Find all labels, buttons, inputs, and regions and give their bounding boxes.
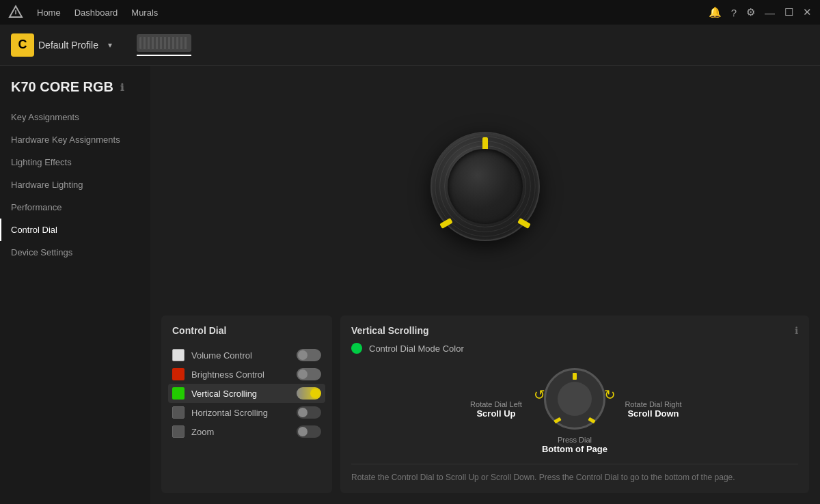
dial-area: [150, 66, 820, 307]
vertical-scrolling-label: Vertical Scrolling: [191, 389, 290, 399]
sidebar-item-device-settings[interactable]: Device Settings: [0, 241, 150, 264]
content-area: Control Dial Volume Control Brightness C…: [150, 66, 820, 504]
vs-panel-title: Vertical Scrolling: [351, 325, 429, 336]
press-action: Press Dial Bottom of Page: [542, 436, 607, 454]
vs-header: Vertical Scrolling ℹ: [351, 325, 798, 336]
vs-description: Rotate the Control Dial to Scroll Up or …: [351, 464, 798, 484]
horizontal-scrolling-row: Horizontal Scrolling: [172, 403, 321, 422]
settings-icon[interactable]: ⚙: [746, 6, 755, 18]
volume-color-dot: [172, 349, 184, 361]
zoom-row: Zoom: [172, 422, 321, 441]
keyboard-thumbnail: [137, 34, 191, 52]
dial-visualization[interactable]: [430, 132, 540, 241]
control-dial-panel-title: Control Dial: [172, 325, 321, 336]
horizontal-scrolling-toggle[interactable]: [297, 406, 321, 419]
volume-control-row: Volume Control: [172, 346, 321, 365]
toggle-knob: [298, 427, 308, 436]
nav-dashboard[interactable]: Dashboard: [74, 5, 118, 20]
main-layout: K70 CORE RGB ℹ Key Assignments Hardware …: [0, 66, 820, 504]
rotate-left-main: Scroll Up: [465, 408, 527, 419]
rotate-right-sub: Rotate Dial Right: [623, 400, 684, 408]
rotate-right-action: Rotate Dial Right Scroll Down: [623, 400, 684, 419]
device-name: K70 CORE RGB: [11, 79, 113, 95]
bottom-panels: Control Dial Volume Control Brightness C…: [150, 307, 820, 504]
nav-bar: Home Dashboard Murals: [37, 5, 695, 20]
device-title: K70 CORE RGB ℹ: [0, 79, 150, 106]
profile-name: Default Profile: [38, 40, 98, 51]
dial-diagram: ↺ ↻: [541, 365, 609, 433]
dial-diagram-area: Rotate Dial Left Scroll Up ↺: [351, 365, 798, 454]
right-arrow-icon: ↻: [604, 387, 616, 403]
profilebar: C Default Profile ▾: [0, 25, 820, 66]
notification-icon[interactable]: 🔔: [709, 6, 722, 18]
vertical-scroll-panel: Vertical Scrolling ℹ Control Dial Mode C…: [340, 316, 809, 493]
keyboard-underline: [137, 55, 191, 56]
toggle-knob: [298, 369, 308, 379]
zoom-label: Zoom: [191, 427, 290, 437]
sidebar: K70 CORE RGB ℹ Key Assignments Hardware …: [0, 66, 150, 504]
profile-selector[interactable]: C Default Profile ▾: [11, 33, 112, 57]
control-dial-panel: Control Dial Volume Control Brightness C…: [161, 316, 332, 493]
volume-control-label: Volume Control: [191, 350, 290, 361]
mode-color-label: Control Dial Mode Color: [369, 344, 464, 354]
sidebar-item-hardware-key-assignments[interactable]: Hardware Key Assignments: [0, 128, 150, 151]
mode-color-dot[interactable]: [351, 343, 362, 354]
zoom-toggle[interactable]: [297, 425, 321, 438]
chevron-down-icon: ▾: [108, 40, 112, 50]
dial-diagram-inner: [558, 382, 592, 416]
nav-home[interactable]: Home: [37, 5, 61, 20]
brightness-color-dot: [172, 368, 184, 380]
vertical-scrolling-toggle[interactable]: [297, 387, 321, 400]
rotate-right-main: Scroll Down: [623, 408, 684, 419]
press-main: Bottom of Page: [542, 444, 607, 454]
mode-color-row: Control Dial Mode Color: [351, 343, 798, 354]
sidebar-item-key-assignments[interactable]: Key Assignments: [0, 106, 150, 128]
info-icon[interactable]: ℹ: [120, 82, 124, 93]
help-icon[interactable]: ?: [731, 7, 737, 18]
dial-diagram-circle: [544, 368, 605, 430]
keyboard-preview[interactable]: [137, 34, 191, 56]
rotate-left-action: Rotate Dial Left Scroll Up: [465, 400, 527, 419]
vs-info-icon[interactable]: ℹ: [795, 325, 798, 336]
maximize-icon[interactable]: ☐: [784, 6, 793, 18]
diag-marker-bot-right: [588, 417, 595, 423]
toggle-knob: [298, 408, 308, 417]
brightness-control-row: Brightness Control: [172, 365, 321, 384]
volume-control-toggle[interactable]: [297, 349, 321, 361]
dial-inner: [448, 149, 523, 224]
vertical-scrolling-row: Vertical Scrolling: [168, 384, 325, 403]
minimize-icon[interactable]: —: [765, 7, 775, 18]
toggle-knob: [298, 350, 308, 360]
window-controls: 🔔 ? ⚙ — ☐ ✕: [709, 6, 812, 18]
close-icon[interactable]: ✕: [803, 6, 812, 18]
toggle-knob: [310, 389, 320, 398]
nav-murals[interactable]: Murals: [131, 5, 158, 20]
titlebar: Home Dashboard Murals 🔔 ? ⚙ — ☐ ✕: [0, 0, 820, 25]
corsair-logo-icon: [8, 5, 23, 20]
brightness-control-label: Brightness Control: [191, 369, 290, 380]
zoom-color-dot: [172, 425, 184, 438]
diag-marker-top: [573, 373, 577, 380]
horizontal-scrolling-label: Horizontal Scrolling: [191, 408, 290, 418]
horizontal-color-dot: [172, 406, 184, 419]
diag-marker-bot-left: [554, 417, 561, 423]
brightness-control-toggle[interactable]: [297, 368, 321, 380]
sidebar-item-lighting-effects[interactable]: Lighting Effects: [0, 151, 150, 173]
sidebar-item-control-dial[interactable]: Control Dial: [0, 219, 150, 241]
sidebar-item-performance[interactable]: Performance: [0, 196, 150, 219]
vertical-color-dot: [172, 387, 184, 400]
profile-icon: C: [11, 33, 34, 57]
press-sub: Press Dial: [542, 436, 607, 444]
rotate-left-sub: Rotate Dial Left: [465, 400, 527, 408]
sidebar-item-hardware-lighting[interactable]: Hardware Lighting: [0, 173, 150, 196]
